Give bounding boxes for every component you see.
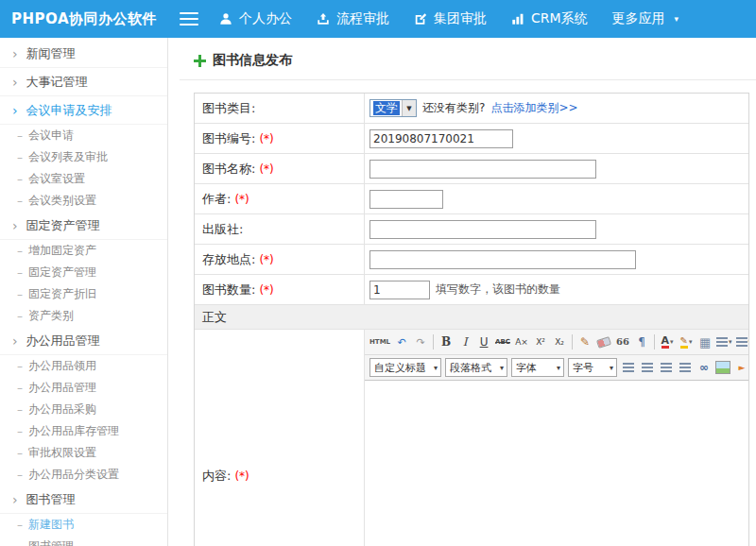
field-label-book-number: 图书编号: (*) <box>195 124 365 153</box>
sidebar-item[interactable]: –办公用品分类设置 <box>0 464 167 486</box>
align-justify-button[interactable] <box>677 359 694 377</box>
sidebar-item-label: 办公用品库存管理 <box>28 423 119 439</box>
category-select-value: 文学 <box>373 101 400 115</box>
dash-bullet: – <box>17 360 23 373</box>
sidebar-item[interactable]: –固定资产折旧 <box>0 283 167 305</box>
sidebar-group-label: 会议申请及安排 <box>26 102 112 119</box>
menu-toggle-icon[interactable] <box>180 9 198 29</box>
toolbar-separator <box>654 334 655 350</box>
nav-item-4[interactable]: CRM系统 <box>511 10 588 27</box>
sidebar-item-label: 资产类别 <box>28 308 74 324</box>
sidebar-group[interactable]: ›固定资产管理 <box>0 212 167 240</box>
field-label: 存放地点: <box>202 251 255 268</box>
nav-item-2[interactable]: 流程审批 <box>317 10 389 27</box>
location-input[interactable] <box>369 250 636 269</box>
sidebar: ›新闻管理›大事记管理›会议申请及安排–会议申请–会议列表及审批–会议室设置–会… <box>0 38 168 546</box>
sidebar-item[interactable]: –办公用品管理 <box>0 377 167 399</box>
form-row-content: 内容: (*) HTML↶↷BIUABCA×X²X₂✎66¶A▾✎▾▦▾▾ 自定… <box>195 330 748 546</box>
chevron-right-icon: › <box>12 493 18 506</box>
font-family-select[interactable]: 字体▾ <box>511 358 564 377</box>
toolbar-separator <box>433 334 434 350</box>
table-button[interactable]: ▦ <box>696 333 713 351</box>
font-size-select[interactable]: 字号▾ <box>568 358 617 377</box>
nav-item-1[interactable]: 个人办公 <box>219 10 292 27</box>
sidebar-item[interactable]: –固定资产管理 <box>0 262 167 283</box>
sidebar-group-label: 大事记管理 <box>26 74 88 91</box>
font-color-button[interactable]: A▾ <box>659 333 676 351</box>
unordered-list-button[interactable]: ▾ <box>715 333 733 351</box>
caret-down-icon: ▾ <box>610 364 613 372</box>
dash-bullet: – <box>17 310 23 323</box>
underline-button[interactable]: U <box>475 333 492 351</box>
sidebar-item[interactable]: –新建图书 <box>0 514 167 536</box>
form-row-quantity: 图书数量: (*) 填写数字，该图书的数量 <box>195 275 748 305</box>
sidebar-item[interactable]: –办公用品库存管理 <box>0 420 167 442</box>
paragraph-button[interactable]: ¶ <box>633 333 650 351</box>
caret-down-icon: ▾ <box>557 364 560 372</box>
book-name-input[interactable] <box>369 160 596 179</box>
bold-button[interactable]: B <box>438 333 455 351</box>
media-button[interactable]: ► <box>733 359 748 377</box>
sidebar-item[interactable]: –图书管理 <box>0 536 167 546</box>
highlight-color-button[interactable]: ✎▾ <box>678 333 695 351</box>
sidebar-group[interactable]: ›会议申请及安排 <box>0 96 167 125</box>
undo-button[interactable]: ↶ <box>393 333 410 351</box>
sidebar-group[interactable]: ›办公用品管理 <box>0 327 167 355</box>
sidebar-item[interactable]: –会议申请 <box>0 125 167 146</box>
eraser-button[interactable] <box>595 333 612 351</box>
source-code-button[interactable]: HTML <box>369 333 391 351</box>
nav-item-5[interactable]: 更多应用▾ <box>612 10 679 27</box>
form-row-book-number: 图书编号: (*) <box>195 124 748 154</box>
chevron-right-icon: › <box>12 76 18 89</box>
sidebar-item[interactable]: –增加固定资产 <box>0 240 167 262</box>
sidebar-item[interactable]: –办公用品领用 <box>0 355 167 377</box>
sidebar-group-label: 图书管理 <box>26 491 76 508</box>
sidebar-item[interactable]: –资产类别 <box>0 305 167 327</box>
dash-bullet: – <box>17 266 23 280</box>
quantity-hint: 填写数字，该图书的数量 <box>436 282 560 298</box>
nav-item-3[interactable]: 集团审批 <box>414 10 487 27</box>
remove-format-button[interactable]: A× <box>513 333 530 351</box>
field-label: 图书名称: <box>202 161 255 178</box>
quantity-input[interactable] <box>369 281 430 299</box>
sidebar-group[interactable]: ›大事记管理 <box>0 68 167 96</box>
sidebar-item[interactable]: –审批权限设置 <box>0 442 167 464</box>
superscript-button[interactable]: X² <box>532 333 549 351</box>
sidebar-item[interactable]: –办公用品采购 <box>0 399 167 420</box>
format-painter-button[interactable]: ✎ <box>576 333 593 351</box>
toolbar-separator <box>572 334 573 350</box>
sidebar-group[interactable]: ›图书管理 <box>0 486 167 514</box>
subscript-button[interactable]: X₂ <box>551 333 568 351</box>
italic-button[interactable]: I <box>456 333 473 351</box>
publisher-input[interactable] <box>369 220 596 239</box>
sidebar-item[interactable]: –会议列表及审批 <box>0 146 167 168</box>
category-select[interactable]: 文学 ▼ <box>369 99 417 117</box>
field-label-location: 存放地点: (*) <box>195 245 365 274</box>
book-number-input[interactable] <box>369 129 513 148</box>
paragraph-format-select[interactable]: 段落格式▾ <box>445 358 507 377</box>
sidebar-item[interactable]: –会议类别设置 <box>0 190 167 212</box>
add-icon <box>194 55 206 67</box>
ordered-list-button[interactable]: ▾ <box>735 333 748 351</box>
add-category-link[interactable]: 点击添加类别>> <box>490 100 577 116</box>
link-button[interactable]: ∞ <box>696 359 713 377</box>
blockquote-button[interactable]: 66 <box>614 333 631 351</box>
align-left-button[interactable] <box>620 359 637 377</box>
align-right-button[interactable] <box>658 359 675 377</box>
align-center-button[interactable] <box>639 359 656 377</box>
sidebar-item-label: 固定资产管理 <box>28 264 96 281</box>
field-label: 作者: <box>202 191 231 208</box>
redo-button[interactable]: ↷ <box>412 333 429 351</box>
chevron-right-icon: › <box>12 334 18 348</box>
image-button[interactable] <box>714 359 731 377</box>
sidebar-item[interactable]: –会议室设置 <box>0 168 167 190</box>
section-title: 正文 <box>202 309 227 326</box>
custom-title-select[interactable]: 自定义标题▾ <box>369 358 441 377</box>
sidebar-group[interactable]: ›新闻管理 <box>0 40 167 68</box>
author-input[interactable] <box>369 190 443 209</box>
book-form: 图书类目: 文学 ▼ 还没有类别? 点击添加类别>> 图书编号: (* <box>194 93 749 546</box>
chevron-right-icon: › <box>12 219 18 232</box>
sidebar-item-label: 会议类别设置 <box>28 193 96 209</box>
editor-content-area[interactable] <box>365 381 748 546</box>
strikethrough-button[interactable]: ABC <box>494 333 511 351</box>
